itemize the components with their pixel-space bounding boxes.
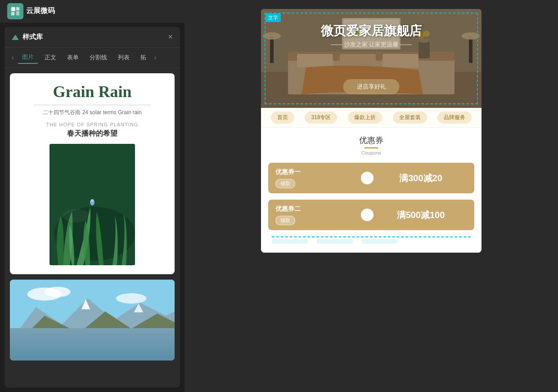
coupons-title-en: Coupons xyxy=(268,150,474,156)
hero-title: 微页爱家居旗舰店 xyxy=(261,22,482,40)
coupon2-right: 满500减100 xyxy=(367,200,474,230)
tab-image[interactable]: 图片 xyxy=(18,51,38,64)
dashed-item-1 xyxy=(272,239,308,244)
tab-divider[interactable]: 分割线 xyxy=(85,52,112,63)
nav-tabs: 首页 318专区 爆款上折 全屋套装 品牌服务 xyxy=(261,108,482,128)
nav-tab-deals[interactable]: 爆款上折 xyxy=(348,111,382,124)
svg-rect-1 xyxy=(16,7,19,10)
coupons-title: 优惠券 xyxy=(268,135,474,146)
svg-point-12 xyxy=(116,293,146,303)
nav-tab-brand[interactable]: 品牌服务 xyxy=(437,111,472,124)
coupon2-value: 满500减100 xyxy=(397,209,445,221)
hero-button[interactable]: 进店享好礼 xyxy=(343,79,400,94)
grain-rain-subtitle: 二十四节气谷雨 24 solar terms Grain rain xyxy=(19,109,166,116)
logo-text: 云展微码 xyxy=(26,6,55,16)
grain-rain-english: THE HOPE OF SPRING PLANTING xyxy=(19,122,166,127)
tab-prev-arrow[interactable]: ‹ xyxy=(10,53,16,62)
grain-rain-title: Grain Rain xyxy=(19,82,166,101)
top-bar: 云展微码 xyxy=(0,0,184,22)
styles-panel: 样式库 × ‹ 图片 正文 表单 分割线 列表 拓 › Grain Rain 二… xyxy=(4,27,180,388)
nav-tab-home[interactable]: 首页 xyxy=(271,111,294,124)
dashed-item-2 xyxy=(317,239,353,244)
coupon-row-1: 优惠券一 领取 满300减20 xyxy=(268,163,474,193)
svg-rect-0 xyxy=(11,7,15,11)
coupons-section: 优惠券 Coupons 优惠券一 领取 满300减20 优惠券二 领取 xyxy=(261,128,482,253)
tab-form[interactable]: 表单 xyxy=(63,52,83,63)
grain-rain-image xyxy=(50,144,135,265)
tab-text[interactable]: 正文 xyxy=(40,52,61,63)
hero-subtitle: —— 沙发之家 让家更温馨 —— xyxy=(261,40,482,49)
svg-point-7 xyxy=(91,199,94,202)
hero-banner: 🦜 🌿 文字 微页爱家居旗舰店 —— 沙发之家 让家更温馨 —— 进店享好礼 xyxy=(261,9,482,108)
coupon1-button[interactable]: 领取 xyxy=(275,179,295,188)
panel-triangle-icon xyxy=(12,35,19,40)
panel-header: 样式库 × xyxy=(4,27,180,48)
tab-list[interactable]: 列表 xyxy=(113,52,134,63)
coupon2-button[interactable]: 领取 xyxy=(275,216,295,225)
coupon-row-2: 优惠券二 领取 满500减100 xyxy=(268,200,474,230)
cards-container: Grain Rain 二十四节气谷雨 24 solar terms Grain … xyxy=(4,68,180,388)
coupon1-value: 满300减20 xyxy=(399,172,442,184)
right-panel: 🦜 🌿 文字 微页爱家居旗舰店 —— 沙发之家 让家更温馨 —— 进店享好礼 首 xyxy=(184,0,558,392)
panel-title: 样式库 xyxy=(22,33,43,41)
grain-rain-chinese: 春天播种的希望 xyxy=(19,129,166,138)
coupon2-name: 优惠券二 xyxy=(275,205,360,213)
svg-point-11 xyxy=(45,287,71,297)
svg-rect-3 xyxy=(16,11,19,15)
nav-tab-full[interactable]: 全屋套装 xyxy=(393,111,427,124)
logo-icon xyxy=(7,3,23,19)
mountain-card[interactable] xyxy=(10,280,175,361)
tab-nav: ‹ 图片 正文 表单 分割线 列表 拓 › xyxy=(4,48,180,68)
grain-rain-card[interactable]: Grain Rain 二十四节气谷雨 24 solar terms Grain … xyxy=(10,73,175,274)
close-button[interactable]: × xyxy=(168,32,173,42)
preview-phone: 🦜 🌿 文字 微页爱家居旗舰店 —— 沙发之家 让家更温馨 —— 进店享好礼 首 xyxy=(261,9,482,253)
left-panel: 云展微码 样式库 × ‹ 图片 正文 表单 分割线 列表 拓 › xyxy=(0,0,184,392)
svg-rect-13 xyxy=(10,346,175,359)
tab-next-arrow[interactable]: › xyxy=(153,53,158,62)
coupon1-right: 满300减20 xyxy=(367,163,474,193)
bottom-dashed xyxy=(272,236,471,245)
tab-extend[interactable]: 拓 xyxy=(136,52,151,63)
svg-point-8 xyxy=(63,209,90,223)
nav-tab-318[interactable]: 318专区 xyxy=(305,111,337,124)
coupon1-left: 优惠券一 领取 xyxy=(268,163,367,193)
grain-rain-content: Grain Rain 二十四节气谷雨 24 solar terms Grain … xyxy=(19,82,166,265)
coupon2-left: 优惠券二 领取 xyxy=(268,200,367,230)
mountain-image xyxy=(10,280,175,361)
logo-area: 云展微码 xyxy=(7,3,55,19)
grain-rain-divider xyxy=(34,105,151,105)
panel-title-area: 样式库 xyxy=(12,33,43,41)
svg-rect-2 xyxy=(11,12,14,15)
coupon1-name: 优惠券一 xyxy=(275,168,360,176)
dashed-item-3 xyxy=(362,239,398,244)
